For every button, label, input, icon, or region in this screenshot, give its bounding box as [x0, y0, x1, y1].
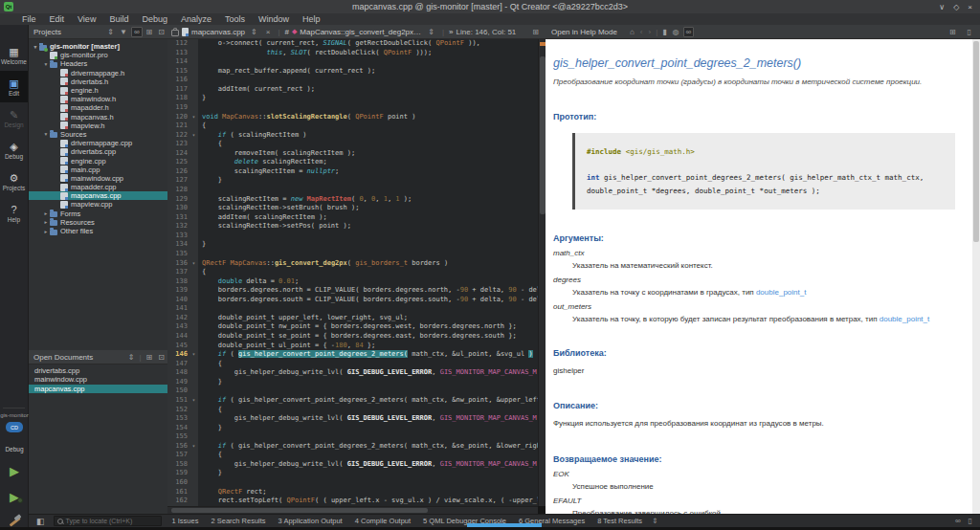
code-line-123[interactable]: 123 {	[167, 140, 538, 149]
menu-help[interactable]: Help	[296, 14, 327, 24]
menu-edit[interactable]: Edit	[43, 14, 72, 24]
output-pane-search-results[interactable]: 2 Search Results	[211, 517, 265, 525]
maximize-button[interactable]: ◇	[953, 3, 959, 11]
panel-toggle-icon[interactable]: ▯	[969, 517, 972, 525]
tree-expander-icon[interactable]: ▸	[42, 219, 50, 225]
tree-item-engine.h[interactable]: engine.h	[29, 86, 167, 95]
editor-vertical-scrollbar[interactable]	[538, 39, 546, 506]
tree-expander-icon[interactable]: ▾	[42, 131, 50, 137]
code-line-155[interactable]: 155	[167, 432, 538, 442]
code-line-152[interactable]: 152 {	[167, 406, 538, 415]
code-line-112[interactable]: 112 o->connect( current_rect, SIGNAL( ge…	[167, 39, 538, 49]
menu-view[interactable]: View	[71, 14, 102, 24]
code-line-145[interactable]: 145 double_point_t ul_point = { -180, 84…	[167, 342, 538, 351]
code-line-131[interactable]: 131 addItem( scalingRectItem );	[167, 213, 538, 223]
link-icon[interactable]: ∞	[955, 517, 961, 525]
split-pane-icon[interactable]: ⊞	[144, 353, 156, 362]
code-line-130[interactable]: 130 scalingRectItem->setBrush( brush );	[167, 204, 538, 213]
code-line-143[interactable]: 143 double_point_t nw_point = { borders.…	[167, 322, 538, 332]
tree-item-mapcanvas.cpp[interactable]: mapcanvas.cpp	[29, 191, 167, 200]
pane-mode-updown-icon[interactable]: ⇕	[104, 28, 117, 36]
mode-edit[interactable]: ▣Edit	[0, 71, 28, 102]
code-line-118[interactable]: 118}	[167, 94, 538, 103]
close-document-icon[interactable]: ×	[263, 28, 274, 36]
sync-with-editor-icon[interactable]: ∞	[131, 27, 143, 37]
output-pane-issues[interactable]: 1 Issues	[172, 517, 199, 525]
mode-debug[interactable]: ◈Debug	[0, 134, 28, 166]
open-document-drivertabs.cpp[interactable]: drivertabs.cpp	[29, 366, 167, 375]
code-line-144[interactable]: 144 double_point_t se_point = { borders.…	[167, 332, 538, 342]
code-line-136[interactable]: 136▾QRectF MapCanvas::gis_convert_deg2px…	[167, 259, 538, 269]
output-pane-compile-output[interactable]: 4 Compile Output	[355, 517, 411, 525]
open-document-mainwindow.cpp[interactable]: mainwindow.cpp	[29, 375, 167, 384]
code-line-162[interactable]: 162 rect.setTopLeft( QPointF( ( upper_le…	[167, 497, 538, 506]
tree-item-drivertabs.cpp[interactable]: drivertabs.cpp	[29, 147, 167, 156]
code-line-122[interactable]: 122▾ if ( scalingRectItem )	[167, 131, 538, 141]
code-line-138[interactable]: 138 double delta = 0.01;	[167, 277, 538, 287]
home-icon[interactable]: ⌂	[627, 28, 637, 36]
tree-item-mapview.cpp[interactable]: mapview.cpp	[29, 200, 167, 209]
code-line-151[interactable]: 151▾ if ( gis_helper_convert_point_degre…	[167, 396, 538, 406]
split-pane-icon[interactable]: ⊞	[144, 28, 156, 36]
split-pane-icon[interactable]: ⊞	[947, 28, 959, 36]
tree-item-drivermappage.h[interactable]: drivermappage.h	[29, 69, 167, 77]
menu-tools[interactable]: Tools	[218, 14, 252, 24]
code-line-132[interactable]: 132 scalingRectItem->setPos( point );	[167, 222, 538, 232]
back-icon[interactable]: ‹	[637, 28, 646, 36]
output-pane-application-output[interactable]: 3 Application Output	[278, 517, 343, 525]
code-line-147[interactable]: 147 {	[167, 360, 538, 369]
tree-item-gis-monitor-master-[interactable]: ▾gis-monitor [master]	[29, 42, 167, 51]
split-editor-icon[interactable]: ⊞	[529, 28, 542, 36]
code-editor[interactable]: 112 o->connect( current_rect, SIGNAL( ge…	[167, 39, 538, 506]
code-line-133[interactable]: 133	[167, 232, 538, 241]
tree-item-mapadder.cpp[interactable]: mapadder.cpp	[29, 183, 167, 191]
code-line-119[interactable]: 119	[167, 103, 538, 113]
close-pane-icon[interactable]: ⊡	[155, 28, 167, 36]
code-line-126[interactable]: 126 scalingRectItem = nullptr;	[167, 167, 538, 177]
tree-item-mapview.h[interactable]: mapview.h	[29, 121, 167, 130]
output-pane-updown-icon[interactable]: ⇕	[652, 517, 657, 525]
tree-item-headers[interactable]: ▾Headers	[29, 59, 167, 68]
code-line-146[interactable]: 146▾ if ( gis_helper_convert_point_degre…	[167, 350, 538, 360]
tree-item-forms[interactable]: ▸Forms	[29, 210, 167, 218]
type-link[interactable]: double_point_t	[756, 288, 807, 297]
code-line-129[interactable]: 129 scalingRectItem = new MapRectItem( 0…	[167, 195, 538, 205]
fold-marker-icon[interactable]: ▾	[189, 131, 198, 141]
tree-item-other-files[interactable]: ▸Other files	[29, 227, 167, 235]
bookmark-icon[interactable]: ▮	[659, 28, 669, 36]
code-line-113[interactable]: 113 this, SLOT( rectDoubleClick( QPointF…	[167, 49, 538, 58]
code-line-128[interactable]: 128	[167, 186, 538, 195]
open-in-help-mode-button[interactable]: Open in Help Mode	[551, 28, 627, 36]
fold-marker-icon[interactable]: ▾	[189, 350, 198, 360]
document-dropdown[interactable]: mapcanvas.cpp	[191, 28, 245, 36]
code-line-161[interactable]: 161 QRectF rect;	[167, 488, 538, 497]
menu-file[interactable]: File	[15, 14, 43, 24]
symbol-dropdown[interactable]: MapCanvas::gis_convert_deg2px(…	[300, 28, 422, 36]
code-line-117[interactable]: 117 addItem( current_rect );	[167, 85, 538, 95]
tree-expander-icon[interactable]: ▾	[42, 61, 50, 67]
tree-item-engine.cpp[interactable]: engine.cpp	[29, 156, 167, 165]
tree-item-mapadder.h[interactable]: mapadder.h	[29, 103, 167, 112]
code-line-157[interactable]: 157 {	[167, 451, 538, 460]
code-line-156[interactable]: 156▾ if ( gis_helper_convert_point_degre…	[167, 442, 538, 452]
run-button[interactable]: ▶	[0, 465, 29, 477]
code-line-135[interactable]: 135	[167, 250, 538, 259]
minimize-button[interactable]: ∨	[939, 3, 945, 11]
tree-item-mapcanvas.h[interactable]: mapcanvas.h	[29, 113, 167, 121]
tree-expander-icon[interactable]: ▸	[42, 229, 50, 234]
forward-icon[interactable]: ›	[645, 28, 654, 36]
tree-item-drivermappage.cpp[interactable]: drivermappage.cpp	[29, 139, 167, 147]
mode-help[interactable]: ?Help	[0, 197, 28, 229]
fold-marker-icon[interactable]: ▾	[189, 396, 198, 406]
mode-projects[interactable]: ⚙Projects	[0, 166, 28, 197]
close-button[interactable]: ×	[968, 3, 972, 11]
projects-pane-title[interactable]: Projects	[29, 28, 104, 36]
code-line-115[interactable]: 115 map_rect_buffer.append( current_rect…	[167, 67, 538, 77]
panel-icon[interactable]: ▯	[965, 28, 974, 36]
code-line-142[interactable]: 142 double_point_t upper_left, lower_rig…	[167, 314, 538, 323]
document-updown-icon[interactable]: ⇕	[248, 28, 260, 36]
open-documents-title[interactable]: Open Documents	[29, 353, 125, 362]
code-line-116[interactable]: 116	[167, 76, 538, 85]
fold-marker-icon[interactable]: ▾	[189, 442, 198, 452]
code-line-154[interactable]: 154 }	[167, 424, 538, 433]
